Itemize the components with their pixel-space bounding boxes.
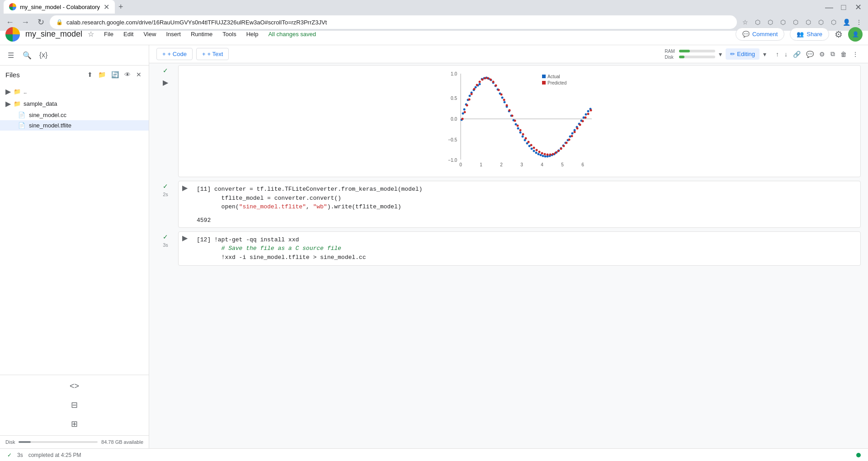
minimize-btn[interactable]: —: [823, 1, 835, 14]
cell-copy-btn[interactable]: ⧉: [828, 48, 837, 60]
editing-dropdown-btn[interactable]: ▾: [763, 51, 766, 58]
sidebar-tab-code[interactable]: {x}: [36, 48, 51, 62]
svg-point-84: [476, 84, 478, 86]
svg-point-20: [463, 108, 466, 111]
new-tab-button[interactable]: +: [115, 0, 127, 14]
close-browser-btn[interactable]: ✕: [852, 1, 864, 14]
cell-11-body: ▶ [11] converter = tf.lite.TFLiteConvert…: [178, 181, 861, 228]
folder-parent[interactable]: ▶ 📁 ..: [0, 85, 149, 98]
notebook-toolbar: + + Code + + Text RAM: [149, 45, 868, 63]
cell-move-down-btn[interactable]: ↓: [782, 49, 790, 60]
comment-button[interactable]: 💬 Comment: [736, 28, 784, 41]
svg-point-78: [462, 118, 464, 120]
svg-point-122: [579, 124, 581, 126]
file-sine-model-cc[interactable]: 📄 sine_model.cc: [0, 110, 149, 120]
svg-point-96: [509, 109, 511, 112]
svg-point-54: [538, 153, 540, 155]
add-code-button[interactable]: + + Code: [156, 48, 193, 60]
ram-label: RAM: [665, 49, 677, 54]
menu-tools[interactable]: Tools: [218, 28, 241, 40]
menu-runtime[interactable]: Runtime: [186, 28, 217, 40]
cell-11-code: [11] converter = tf.lite.TFLiteConverter…: [191, 181, 860, 215]
svg-point-112: [552, 153, 554, 155]
file-sine-model-tflite[interactable]: 📄 sine_model.tflite: [0, 120, 149, 131]
disk-available: 84.78 GB available: [101, 439, 143, 445]
cell-move-up-btn[interactable]: ↑: [774, 49, 781, 60]
svg-point-23: [469, 95, 471, 97]
cell-comment-btn[interactable]: 💬: [804, 49, 816, 60]
svg-point-46: [519, 132, 522, 134]
menu-help[interactable]: Help: [242, 28, 263, 40]
settings-button[interactable]: ⚙: [835, 29, 843, 40]
svg-point-119: [571, 135, 573, 137]
add-code-label: + Code: [168, 51, 187, 57]
svg-text:4: 4: [541, 162, 543, 167]
editing-label: Editing: [737, 51, 755, 57]
svg-text:2: 2: [500, 162, 503, 167]
svg-text:Actual: Actual: [547, 74, 560, 79]
run-cell-12-btn[interactable]: ▶: [179, 232, 191, 245]
maximize-btn[interactable]: □: [837, 1, 850, 14]
sidebar-nav-settings[interactable]: ⊞: [0, 414, 149, 433]
folder-sample-data[interactable]: ▶ 📁 sample_data: [0, 98, 149, 110]
svg-point-94: [503, 99, 505, 101]
svg-text:−0.5: −0.5: [448, 137, 457, 142]
svg-point-85: [479, 81, 481, 83]
upload-file-btn[interactable]: ⬆: [85, 69, 94, 80]
new-folder-btn[interactable]: 📁: [96, 69, 108, 80]
sidebar-tab-search[interactable]: 🔍: [20, 48, 34, 62]
share-button[interactable]: 👥 Share: [790, 28, 829, 41]
svg-point-99: [517, 125, 519, 127]
menu-view[interactable]: View: [139, 28, 160, 40]
disk-progress-bar: [19, 441, 98, 443]
sidebar-nav-code-editor[interactable]: <>: [0, 377, 149, 395]
run-plot-cell-btn[interactable]: ▶: [159, 76, 172, 89]
folder-arrow-icon-2: ▶: [5, 99, 11, 108]
sidebar-nav-terminal[interactable]: ⊟: [0, 395, 149, 414]
svg-point-95: [506, 104, 508, 107]
cell-settings-btn[interactable]: ⚙: [817, 49, 827, 60]
cell-12-content[interactable]: [12] !apt-get -qq install xxd # Save the…: [191, 232, 860, 266]
status-completed: completed at 4:25 PM: [28, 452, 81, 458]
svg-point-47: [522, 136, 524, 138]
browser-tab-active[interactable]: my_sine_model - Colaboratory ✕: [4, 0, 115, 14]
svg-point-104: [530, 144, 533, 146]
cell-11-content[interactable]: [11] converter = tf.lite.TFLiteConverter…: [191, 181, 860, 215]
ram-dropdown-btn[interactable]: ▾: [719, 51, 722, 58]
status-check-icon: ✓: [7, 452, 12, 458]
refresh-btn[interactable]: 🔄: [109, 69, 121, 80]
add-text-button[interactable]: + + Text: [196, 48, 229, 60]
doc-title[interactable]: my_sine_model: [25, 29, 82, 39]
tab-close-btn[interactable]: ✕: [104, 3, 109, 11]
menu-edit[interactable]: Edit: [119, 28, 138, 40]
star-button[interactable]: ☆: [88, 30, 94, 38]
cell-delete-btn[interactable]: 🗑: [838, 49, 849, 60]
close-sidebar-btn[interactable]: ✕: [134, 69, 143, 80]
svg-point-124: [585, 117, 587, 119]
disk-bar-fill: [679, 56, 684, 58]
user-avatar[interactable]: 👤: [848, 27, 863, 42]
menu-right: 💬 Comment 👥 Share ⚙ 👤: [736, 27, 863, 42]
line-11-3: open("sine_model.tflite", "wb").write(tf…: [197, 203, 401, 210]
sidebar-actions: ⬆ 📁 🔄 👁 ✕: [85, 69, 143, 80]
ram-disk-indicator: RAM Disk: [665, 49, 715, 60]
file-icon-tflite: 📄: [18, 122, 25, 129]
editing-button[interactable]: ✏ Editing: [726, 48, 760, 60]
menu-insert[interactable]: Insert: [161, 28, 185, 40]
tab-title: my_sine_model - Colaboratory: [20, 4, 100, 10]
cell-link-btn[interactable]: 🔗: [791, 49, 803, 60]
svg-text:0: 0: [459, 162, 462, 167]
svg-point-100: [519, 129, 522, 132]
ram-bar-bg: [679, 50, 715, 52]
svg-point-115: [560, 148, 562, 150]
disk-progress-row: Disk: [665, 55, 715, 60]
run-cell-11-btn[interactable]: ▶: [179, 181, 191, 194]
svg-point-26: [475, 86, 477, 89]
sidebar-tab-menu[interactable]: ☰: [4, 48, 18, 62]
cell-more-btn[interactable]: ⋮: [850, 49, 861, 60]
menu-items: File Edit View Insert Runtime Tools Help: [99, 28, 263, 40]
actual-dots: [461, 77, 592, 158]
menu-file[interactable]: File: [99, 28, 118, 40]
line-11-2: tflite_model = converter.convert(): [197, 195, 341, 202]
hide-panel-btn[interactable]: 👁: [123, 69, 132, 80]
